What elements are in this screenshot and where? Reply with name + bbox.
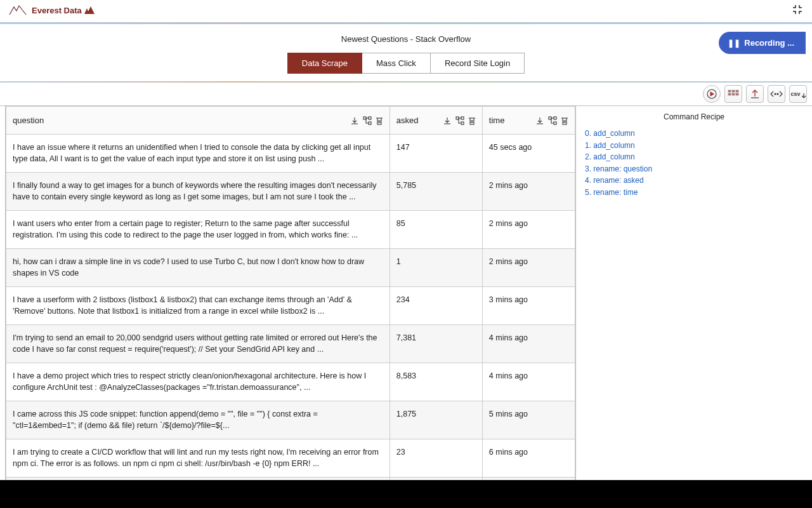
svg-rect-10 [369,117,371,119]
bottom-bar [0,480,812,508]
cell-question: I want users who enter from a certain pa… [6,211,390,249]
table-row[interactable]: I have a userform with 2 listboxs (listb… [6,287,575,325]
tab-mass-click[interactable]: Mass Click [362,53,431,74]
mountain-outline-icon [9,4,27,17]
tab-row: Data Scrape Mass Click Record Site Login [287,53,525,74]
cell-time: 2 mins ago [482,211,575,249]
tab-data-scrape[interactable]: Data Scrape [287,53,362,74]
brand-name: Everest Data [32,6,95,16]
col-label: time [489,116,505,125]
cell-question: I have an issue where it returns an unid… [6,135,390,173]
cell-asked: 85 [390,211,482,249]
recipe-item[interactable]: 4. rename: asked [585,175,803,187]
table-wrap[interactable]: question asked [5,106,576,508]
col-label: question [13,116,44,125]
tool-row: csv [0,83,812,106]
cell-time: 4 mins ago [482,363,575,401]
cell-time: 45 secs ago [482,135,575,173]
svg-rect-1 [728,90,731,92]
table-row[interactable]: I want users who enter from a certain pa… [6,211,575,249]
command-recipe-panel: Command Recipe 0. add_column1. add_colum… [576,106,812,508]
brand-left: Everest Data [9,4,95,17]
cell-asked: 1 [390,249,482,287]
table-row[interactable]: I have an issue where it returns an unid… [6,135,575,173]
cell-question: I have a demo project which tries to res… [6,363,390,401]
recipe-item[interactable]: 2. add_column [585,151,803,163]
replay-icon[interactable] [703,85,721,103]
gradient-divider-2 [0,81,812,83]
code-arrows-icon[interactable] [768,85,785,103]
cell-time: 5 mins ago [482,401,575,439]
page-title: Newest Questions - Stack Overflow [0,34,812,44]
cell-time: 4 mins ago [482,325,575,363]
cell-time: 3 mins ago [482,287,575,325]
cell-asked: 8,583 [390,363,482,401]
pause-icon: ❚❚ [728,39,740,48]
cell-asked: 1,875 [390,401,482,439]
col-header-time[interactable]: time [482,107,575,135]
table-row[interactable]: I'm trying to send an email to 20,000 se… [6,325,575,363]
cell-asked: 23 [390,439,482,478]
cell-time: 2 mins ago [482,249,575,287]
cell-question: I came across this JS code snippet: func… [6,401,390,439]
table-body: I have an issue where it returns an unid… [6,135,575,509]
table-row[interactable]: I finally found a way to get images for … [6,173,575,211]
cell-question: I'm trying to send an email to 20,000 se… [6,325,390,363]
svg-rect-2 [732,90,735,92]
recipe-item[interactable]: 3. rename: question [585,163,803,175]
brand-name-text: Everest Data [32,6,82,15]
svg-rect-15 [549,117,551,119]
delete-column-icon[interactable] [376,116,383,125]
svg-rect-16 [554,117,556,119]
recipe-item[interactable]: 5. rename: time [585,187,803,199]
cell-asked: 234 [390,287,482,325]
brand-peak-icon [84,6,95,16]
svg-rect-9 [363,117,366,119]
recipe-item[interactable]: 0. add_column [585,128,803,140]
svg-rect-6 [736,93,738,95]
svg-rect-3 [736,90,738,92]
cell-time: 6 mins ago [482,439,575,478]
export-csv-button[interactable]: csv [789,85,807,103]
branch-column-icon[interactable] [455,116,464,125]
command-recipe-list: 0. add_column1. add_column2. add_column3… [585,128,803,199]
tab-record-login[interactable]: Record Site Login [431,53,525,74]
svg-rect-12 [456,117,459,119]
data-table: question asked [6,106,575,508]
command-recipe-title: Command Recipe [585,112,803,121]
recording-label: Recording ... [744,38,794,48]
delete-column-icon[interactable] [561,116,568,125]
download-column-icon[interactable] [443,116,452,125]
svg-rect-11 [369,122,371,124]
branch-column-icon[interactable] [548,116,557,125]
table-row[interactable]: I am trying to create a CI/CD workflow t… [6,439,575,478]
collapse-icon[interactable] [792,4,803,17]
recording-button[interactable]: ❚❚ Recording ... [719,32,806,54]
col-header-asked[interactable]: asked [390,107,482,135]
main: question asked [0,106,812,508]
cell-question: I am trying to create a CI/CD workflow t… [6,439,390,478]
cell-time: 2 mins ago [482,173,575,211]
cell-asked: 7,381 [390,325,482,363]
col-label: asked [396,116,419,125]
branch-column-icon[interactable] [363,116,372,125]
download-column-icon[interactable] [350,116,359,125]
svg-rect-14 [461,122,464,124]
grid-view-icon[interactable] [724,85,742,103]
cell-asked: 5,785 [390,173,482,211]
upload-icon[interactable] [746,85,764,103]
cell-question: hi, how can i draw a simple line in vs c… [6,249,390,287]
download-column-icon[interactable] [535,116,544,125]
svg-point-8 [777,93,778,95]
svg-rect-5 [732,93,735,95]
svg-rect-4 [728,93,731,95]
table-row[interactable]: hi, how can i draw a simple line in vs c… [6,249,575,287]
svg-rect-17 [554,122,556,124]
cell-question: I finally found a way to get images for … [6,173,390,211]
table-row[interactable]: I have a demo project which tries to res… [6,363,575,401]
delete-column-icon[interactable] [468,116,476,125]
table-row[interactable]: I came across this JS code snippet: func… [6,401,575,439]
col-header-question[interactable]: question [6,107,390,135]
cell-question: I have a userform with 2 listboxs (listb… [6,287,390,325]
recipe-item[interactable]: 1. add_column [585,140,803,152]
